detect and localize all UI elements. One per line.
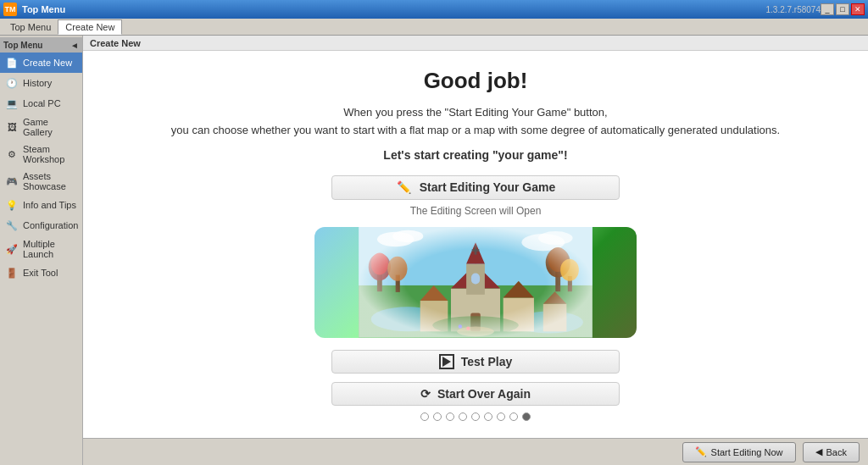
sidebar-item-multiple-launch[interactable]: 🚀 Multiple Launch — [0, 235, 82, 263]
sidebar-label-steam-workshop: Steam Workshop — [23, 144, 77, 164]
menu-bar: Top Menu Create New — [0, 19, 868, 36]
description-line1: When you press the "Start Editing Your G… — [343, 106, 607, 119]
editing-note: The Editing Screen will Open — [410, 205, 542, 217]
test-play-button[interactable]: Test Play — [331, 350, 620, 374]
back-label: Back — [826, 447, 847, 457]
exit-tool-icon: 🚪 — [5, 266, 19, 280]
maximize-button[interactable]: □ — [836, 3, 849, 15]
sidebar-item-steam-workshop[interactable]: ⚙ Steam Workshop — [0, 141, 82, 168]
dot-5[interactable] — [471, 412, 480, 421]
dot-8[interactable] — [509, 412, 518, 421]
start-editing-now-label: Start Editing Now — [711, 447, 783, 457]
multiple-launch-icon: 🚀 — [5, 242, 19, 256]
menu-tab-create-new[interactable]: Create New — [58, 19, 122, 35]
sidebar-label-multiple-launch: Multiple Launch — [23, 239, 77, 259]
sidebar-item-local-pc[interactable]: 💻 Local PC — [0, 93, 82, 113]
start-over-label: Start Over Again — [437, 387, 531, 401]
start-editing-now-button[interactable]: ✏️ Start Editing Now — [682, 442, 796, 462]
sidebar-label-exit-tool: Exit Tool — [23, 268, 58, 278]
assets-showcase-icon: 🎮 — [5, 174, 19, 188]
start-over-icon: ⟳ — [420, 387, 431, 401]
sidebar-item-exit-tool[interactable]: 🚪 Exit Tool — [0, 263, 82, 283]
sidebar-label-configuration: Configuration — [23, 220, 78, 230]
sidebar-header: Top Menu ◄ — [0, 37, 82, 53]
history-icon: 🕐 — [5, 76, 19, 90]
sidebar-item-configuration[interactable]: 🔧 Configuration — [0, 215, 82, 235]
main-layout: Top Menu ◄ 📄 Create New 🕐 History 💻 Loca… — [0, 36, 868, 465]
sidebar-item-game-gallery[interactable]: 🖼 Game Gallery — [0, 113, 82, 141]
description-line2: you can choose whether you want to start… — [171, 124, 780, 136]
start-editing-now-icon: ✏️ — [695, 446, 707, 457]
dot-7[interactable] — [497, 412, 505, 421]
content-header-title: Create New — [90, 38, 141, 48]
dot-9-active[interactable] — [522, 412, 531, 421]
close-button[interactable]: ✕ — [851, 3, 865, 15]
play-box-icon — [439, 354, 454, 369]
bottom-bar: ✏️ Start Editing Now ◀ Back — [83, 438, 868, 465]
content-area: Create New Good job! When you press the … — [83, 36, 868, 465]
sidebar-label-game-gallery: Game Gallery — [23, 117, 77, 137]
app-logo: TM — [3, 3, 17, 16]
progress-dots — [420, 412, 531, 421]
minimize-button[interactable]: _ — [821, 3, 834, 15]
info-tips-icon: 💡 — [5, 198, 19, 212]
sidebar-collapse-icon[interactable]: ◄ — [70, 41, 79, 50]
sidebar-label-assets-showcase: Assets Showcase — [23, 171, 77, 191]
content-header: Create New — [83, 36, 868, 51]
play-triangle-icon — [442, 357, 451, 367]
sidebar-item-history[interactable]: 🕐 History — [0, 73, 82, 93]
menu-tab-top-menu[interactable]: Top Menu — [3, 20, 58, 34]
dot-1[interactable] — [420, 412, 429, 421]
local-pc-icon: 💻 — [5, 97, 19, 110]
start-over-button[interactable]: ⟳ Start Over Again — [331, 382, 620, 406]
lets-start-text: Let's start creating "your game"! — [383, 148, 567, 162]
test-play-label: Test Play — [461, 355, 512, 368]
main-content: Good job! When you press the "Start Edit… — [83, 51, 868, 438]
back-button[interactable]: ◀ Back — [803, 442, 860, 462]
app-title: Top Menu — [22, 4, 760, 14]
dot-2[interactable] — [433, 412, 442, 421]
start-editing-button[interactable]: ✏️ Start Editing Your Game — [331, 175, 620, 201]
back-arrow-icon: ◀ — [815, 446, 822, 457]
app-version: 1.3.2.7.r58074 — [766, 5, 821, 14]
create-new-icon: 📄 — [5, 56, 19, 69]
edit-pencil-icon: ✏️ — [396, 179, 413, 196]
sidebar-label-local-pc: Local PC — [23, 98, 61, 108]
start-editing-label: Start Editing Your Game — [420, 180, 556, 194]
title-bar: TM Top Menu 1.3.2.7.r58074 _ □ ✕ — [0, 0, 868, 19]
configuration-icon: 🔧 — [5, 219, 19, 232]
game-preview-image — [314, 227, 637, 338]
sidebar-item-create-new[interactable]: 📄 Create New — [0, 53, 82, 73]
page-title: Good job! — [424, 68, 528, 94]
sidebar-label-history: History — [23, 78, 52, 88]
sidebar-title: Top Menu — [3, 41, 42, 50]
steam-workshop-icon: ⚙ — [5, 147, 19, 161]
game-gallery-icon: 🖼 — [5, 120, 19, 134]
sidebar-item-info-tips[interactable]: 💡 Info and Tips — [0, 195, 82, 215]
sidebar-label-info-tips: Info and Tips — [23, 200, 76, 210]
description-text: When you press the "Start Editing Your G… — [171, 104, 780, 140]
sidebar-label-create-new: Create New — [23, 58, 72, 68]
scene-svg — [314, 227, 637, 338]
svg-rect-36 — [359, 227, 593, 338]
dot-6[interactable] — [484, 412, 492, 421]
dot-3[interactable] — [446, 412, 454, 421]
dot-4[interactable] — [459, 412, 467, 421]
window-controls: _ □ ✕ — [821, 3, 865, 15]
sidebar: Top Menu ◄ 📄 Create New 🕐 History 💻 Loca… — [0, 36, 83, 465]
sidebar-item-assets-showcase[interactable]: 🎮 Assets Showcase — [0, 168, 82, 195]
